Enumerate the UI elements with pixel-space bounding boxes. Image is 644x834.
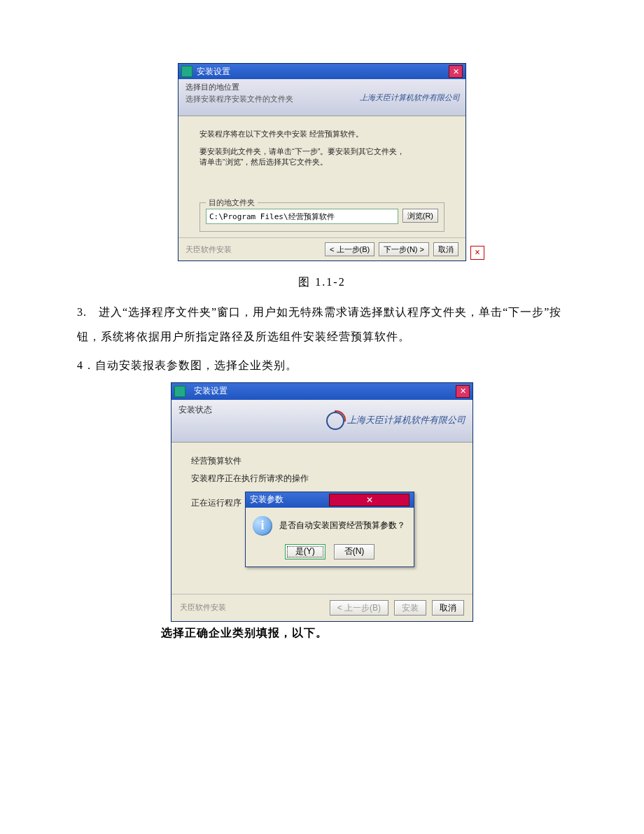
dialog1-footer: 天臣软件安装 < 上一步(B) 下一步(N) > 取消	[178, 237, 465, 260]
paragraph-4: 4．自动安装报表参数图，选择企业类别。	[77, 353, 567, 377]
dialog1-titlebar: 安装设置 ✕	[178, 64, 465, 79]
dlg2-line2: 安装程序正在执行所请求的操作	[191, 473, 453, 485]
back-button: < 上一步(B)	[330, 600, 388, 616]
paragraph-3: 3. 进入“选择程序文件夹”窗口，用户如无特殊需求请选择默认程序文件夹，单击“下…	[77, 300, 567, 349]
info-icon: i	[253, 516, 272, 536]
install-status-dialog: 安装设置 ✕ 安装状态 上海天臣计算机软件有限公司 经营预算软件 安装程序正在执…	[171, 382, 473, 622]
close-icon[interactable]: ✕	[449, 65, 463, 78]
popup-title-text: 安装参数	[250, 494, 329, 506]
popup-message: 是否自动安装国资经营预算参数？	[279, 520, 405, 531]
dialog2-header: 安装状态 上海天臣计算机软件有限公司	[172, 400, 472, 443]
app-icon	[174, 386, 186, 397]
destination-path-input[interactable]	[206, 209, 398, 224]
installer-name: 天臣软件安装	[180, 602, 324, 613]
cancel-button[interactable]: 取消	[433, 242, 458, 256]
figure-1: 安装设置 ✕ 选择目的地位置 选择安装程序安装文件的文件夹 上海天臣计算机软件有…	[77, 63, 567, 261]
broken-image-icon: ×	[470, 246, 484, 260]
next-button[interactable]: 下一步(N) >	[379, 242, 429, 256]
figure1-caption: 图 1.1-2	[77, 275, 567, 290]
dialog2-titlebar: 安装设置 ✕	[172, 383, 472, 400]
no-button[interactable]: 否(N)	[334, 544, 375, 560]
dlg1-msg2a: 要安装到此文件夹，请单击“下一步”。要安装到其它文件夹，	[200, 146, 444, 157]
brand-logo: 上海天臣计算机软件有限公司	[326, 412, 465, 430]
dlg1-msg1: 安装程序将在以下文件夹中安装 经营预算软件。	[200, 129, 444, 139]
dlg2-line1: 经营预算软件	[191, 455, 453, 467]
dialog1-title: 安装设置	[197, 66, 449, 78]
install-destination-dialog: 安装设置 ✕ 选择目的地位置 选择安装程序安装文件的文件夹 上海天臣计算机软件有…	[178, 63, 466, 261]
tc-logo-icon	[326, 412, 344, 430]
installer-name: 天臣软件安装	[186, 244, 321, 255]
brand-text: 上海天臣计算机软件有限公司	[360, 92, 460, 103]
close-icon[interactable]: ✕	[329, 494, 410, 506]
fieldset-legend: 目的地文件夹	[206, 197, 258, 208]
back-button[interactable]: < 上一步(B)	[325, 242, 374, 256]
bold-note: 选择正确企业类别填报，以下。	[161, 626, 567, 641]
app-icon	[181, 66, 192, 77]
close-icon[interactable]: ✕	[456, 385, 470, 398]
dialog1-header: 选择目的地位置 选择安装程序安装文件的文件夹 上海天臣计算机软件有限公司	[178, 79, 465, 116]
brand-text: 上海天臣计算机软件有限公司	[347, 415, 465, 425]
popup-titlebar: 安装参数 ✕	[246, 492, 414, 508]
cancel-button[interactable]: 取消	[432, 600, 464, 616]
yes-button[interactable]: 是(Y)	[285, 544, 326, 560]
dlg1-msg2b: 请单击“浏览”，然后选择其它文件夹。	[200, 157, 444, 167]
browse-button[interactable]: 浏览(R)	[402, 209, 438, 223]
destination-fieldset: 目的地文件夹 浏览(R)	[200, 202, 444, 232]
dialog2-title: 安装设置	[194, 385, 456, 397]
dlg1-header-line1: 选择目的地位置	[186, 82, 458, 92]
dialog2-footer: 天臣软件安装 < 上一步(B) 安装 取消	[172, 594, 472, 621]
install-button: 安装	[394, 600, 426, 616]
figure-2: 安装设置 ✕ 安装状态 上海天臣计算机软件有限公司 经营预算软件 安装程序正在执…	[77, 382, 567, 622]
install-params-popup: 安装参数 ✕ i 是否自动安装国资经营预算参数？ 是(Y) 否(N)	[245, 492, 414, 567]
